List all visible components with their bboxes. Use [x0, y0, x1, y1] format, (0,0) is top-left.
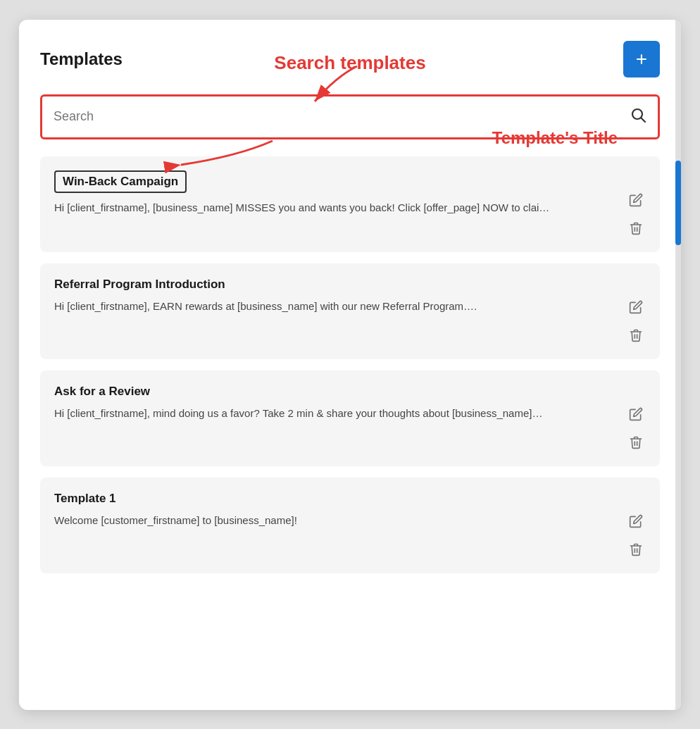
edit-button[interactable]: [626, 404, 646, 424]
template-card: Template's Title Win-Back Campaign Hi [c…: [40, 156, 660, 252]
delete-button[interactable]: [626, 218, 646, 238]
delete-button[interactable]: [626, 540, 646, 559]
template-title: Template 1: [54, 492, 615, 506]
template-card: Template 1 Welcome [customer_firstname] …: [40, 478, 660, 573]
scrollbar-thumb[interactable]: [675, 161, 681, 245]
template-title: Referral Program Introduction: [54, 278, 615, 292]
search-container: [40, 94, 660, 139]
template-actions: [626, 492, 646, 559]
edit-button[interactable]: [626, 511, 646, 531]
template-card-inner: Win-Back Campaign Hi [client_firstname],…: [54, 170, 646, 238]
template-title: Ask for a Review: [54, 385, 615, 399]
template-body: Hi [client_firstname], mind doing us a f…: [54, 406, 615, 422]
template-content: Referral Program Introduction Hi [client…: [54, 278, 615, 315]
search-input[interactable]: [54, 109, 630, 124]
template-body: Hi [client_firstname], EARN rewards at […: [54, 299, 615, 315]
template-card-inner: Referral Program Introduction Hi [client…: [54, 278, 646, 345]
template-content: Win-Back Campaign Hi [client_firstname],…: [54, 170, 615, 216]
template-title: Win-Back Campaign: [54, 170, 187, 193]
delete-button[interactable]: [626, 432, 646, 452]
title-annotation-arrow: [153, 135, 280, 170]
template-content: Ask for a Review Hi [client_firstname], …: [54, 385, 615, 422]
template-card: Ask for a Review Hi [client_firstname], …: [40, 370, 660, 466]
edit-button[interactable]: [626, 190, 646, 210]
template-actions: [626, 170, 646, 238]
template-card-inner: Ask for a Review Hi [client_firstname], …: [54, 385, 646, 452]
scrollbar[interactable]: [675, 20, 681, 710]
template-card-inner: Template 1 Welcome [customer_firstname] …: [54, 492, 646, 559]
add-template-button[interactable]: +: [623, 41, 660, 77]
template-actions: [626, 278, 646, 345]
svg-line-2: [642, 118, 646, 122]
search-icon: [630, 106, 646, 127]
template-body: Welcome [customer_firstname] to [busines…: [54, 513, 615, 529]
template-list: Template's Title Win-Back Campaign Hi [c…: [40, 156, 660, 573]
edit-button[interactable]: [626, 297, 646, 317]
template-actions: [626, 385, 646, 452]
templates-panel: Templates + Search templates: [19, 20, 681, 710]
page-title: Templates: [40, 49, 123, 69]
template-body: Hi [client_firstname], [business_name] M…: [54, 200, 615, 216]
template-card: Referral Program Introduction Hi [client…: [40, 263, 660, 359]
template-content: Template 1 Welcome [customer_firstname] …: [54, 492, 615, 529]
delete-button[interactable]: [626, 325, 646, 345]
panel-header: Templates +: [40, 41, 660, 77]
